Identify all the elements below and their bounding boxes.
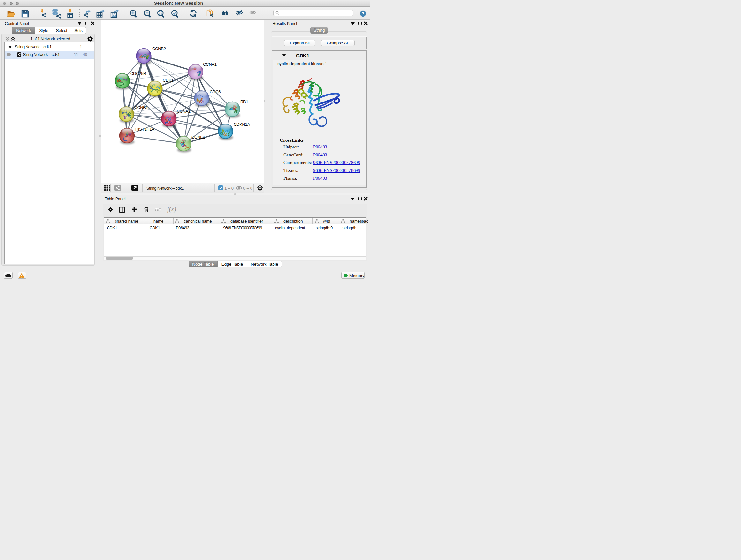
svg-text:?: ? bbox=[361, 11, 364, 16]
